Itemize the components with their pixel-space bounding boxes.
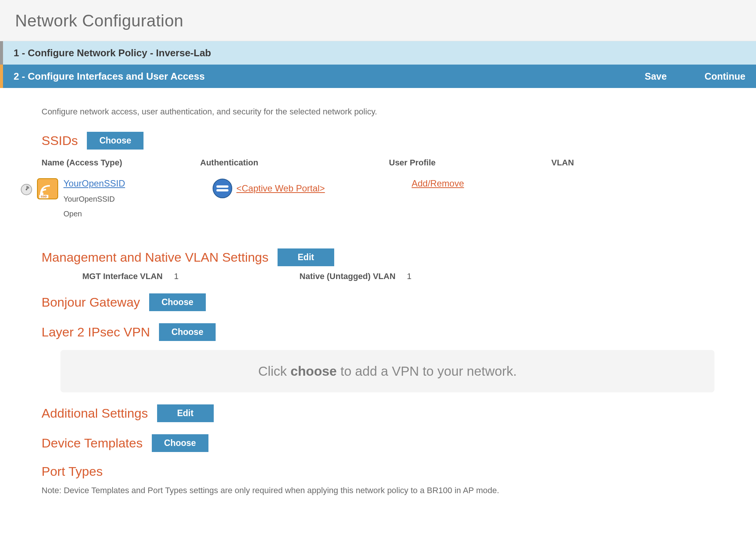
captive-portal-icon (212, 178, 233, 199)
bonjour-choose-button[interactable]: Choose (149, 293, 206, 311)
ipsec-title: Layer 2 IPsec VPN (42, 325, 150, 339)
vlan-title: Management and Native VLAN Settings (42, 250, 268, 265)
device-templates-title: Device Templates (42, 436, 143, 450)
ssids-header-row: Name (Access Type) Authentication User P… (42, 158, 714, 173)
port-types-section-header: Port Types (42, 464, 714, 479)
step-2-label: 2 - Configure Interfaces and User Access (14, 71, 205, 82)
page-title: Network Configuration (15, 11, 741, 30)
step-1-label: 1 - Configure Network Policy - Inverse-L… (14, 47, 211, 59)
bonjour-title: Bonjour Gateway (42, 295, 140, 310)
additional-section-header: Additional Settings Edit (42, 404, 714, 422)
wizard-step-1[interactable]: 1 - Configure Network Policy - Inverse-L… (0, 41, 756, 65)
ssids-header-auth: Authentication (200, 158, 389, 168)
additional-title: Additional Settings (42, 406, 148, 421)
content-area: Configure network access, user authentic… (0, 88, 756, 499)
section-description: Configure network access, user authentic… (42, 107, 714, 117)
ssid-name-link[interactable]: YourOpenSSID (63, 178, 125, 189)
ssids-title: SSIDs (42, 133, 78, 148)
vlan-values-row: MGT Interface VLAN 1 Native (Untagged) V… (82, 272, 714, 281)
native-vlan-value: 1 (407, 272, 411, 281)
ipsec-section-header: Layer 2 IPsec VPN Choose (42, 323, 714, 341)
wizard-step-2: 2 - Configure Interfaces and User Access… (0, 65, 756, 88)
ipsec-choose-button[interactable]: Choose (159, 323, 216, 341)
ssids-section-header: SSIDs Choose (42, 132, 714, 150)
vlan-edit-button[interactable]: Edit (278, 248, 334, 266)
ssid-icon: SSID (37, 178, 58, 199)
svg-point-3 (40, 192, 43, 195)
port-types-note: Note: Device Templates and Port Types se… (42, 486, 714, 495)
ssid-name-sub: YourOpenSSID (63, 195, 125, 204)
additional-edit-button[interactable]: Edit (157, 404, 214, 422)
vpn-hint-strong: choose (290, 364, 337, 378)
ssid-row: SSID YourOpenSSID YourOpenSSID Open <Cap… (20, 178, 714, 218)
ssids-table: Name (Access Type) Authentication User P… (42, 158, 714, 218)
mgt-vlan-label: MGT Interface VLAN (82, 272, 163, 281)
ssids-header-name: Name (Access Type) (42, 158, 200, 168)
vlan-section-header: Management and Native VLAN Settings Edit (42, 248, 714, 266)
device-templates-choose-button[interactable]: Choose (152, 434, 208, 452)
native-vlan-label: Native (Untagged) VLAN (299, 272, 395, 281)
ssid-auth-link[interactable]: <Captive Web Portal> (236, 183, 325, 194)
vpn-hint-pre: Click (258, 364, 291, 378)
vpn-hint-post: to add a VPN to your network. (337, 364, 517, 378)
svg-point-6 (213, 179, 232, 198)
ssids-choose-button[interactable]: Choose (87, 132, 143, 150)
svg-point-1 (26, 189, 27, 190)
continue-button[interactable]: Continue (705, 71, 745, 82)
ssids-header-vlan: VLAN (551, 158, 714, 168)
page-header: Network Configuration (0, 0, 756, 41)
svg-text:SSID: SSID (41, 195, 47, 198)
mgt-vlan-value: 1 (174, 272, 179, 281)
vpn-hint-box: Click choose to add a VPN to your networ… (60, 350, 714, 392)
port-types-title: Port Types (42, 464, 103, 479)
ssids-header-profile: User Profile (389, 158, 551, 168)
clock-icon (20, 184, 32, 196)
svg-rect-8 (216, 189, 228, 191)
svg-rect-7 (216, 185, 228, 188)
save-button[interactable]: Save (645, 71, 667, 82)
device-templates-section-header: Device Templates Choose (42, 434, 714, 452)
ssid-profile-link[interactable]: Add/Remove (412, 178, 464, 188)
ssid-access-type: Open (63, 210, 125, 218)
bonjour-section-header: Bonjour Gateway Choose (42, 293, 714, 311)
